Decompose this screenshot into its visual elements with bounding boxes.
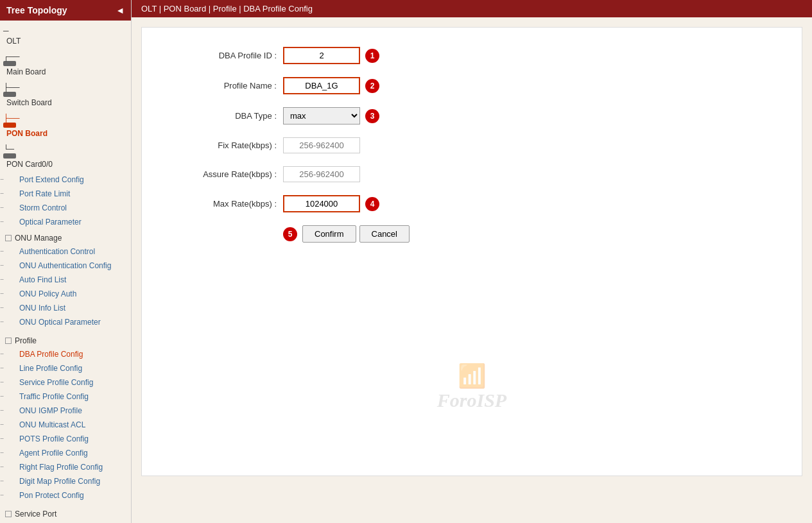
- assure-rate-input[interactable]: [283, 166, 360, 182]
- menu-agent-profile[interactable]: Agent Profile Config: [0, 446, 131, 460]
- max-rate-input-wrapper: [283, 195, 360, 212]
- menu-pon-protect[interactable]: Pon Protect Config: [0, 488, 131, 502]
- fix-rate-input[interactable]: [283, 137, 360, 153]
- watermark: 📶 ForoISP: [437, 363, 506, 411]
- breadcrumb: OLT | PON Board | Profile | DBA Profile …: [132, 0, 812, 17]
- group-toggle-onu[interactable]: [5, 235, 12, 241]
- menu-pots-profile[interactable]: POTS Profile Config: [0, 432, 131, 446]
- profile-name-input[interactable]: [283, 77, 360, 94]
- assure-rate-input-wrapper: [283, 166, 360, 182]
- sidebar-content: ─ OLT ┌── Main Board ├── Switch Board ├─…: [0, 21, 131, 523]
- profile-name-label: Profile Name :: [155, 81, 283, 90]
- fix-rate-label: Fix Rate(kbps) :: [155, 141, 283, 150]
- menu-onu-policy[interactable]: ONU Policy Auth: [0, 287, 131, 301]
- fix-rate-row: Fix Rate(kbps) :: [155, 137, 789, 153]
- step-badge-1: 1: [365, 49, 379, 63]
- menu-dba-profile[interactable]: DBA Profile Config: [0, 347, 131, 361]
- sidebar-header: Tree Topology ◄: [0, 0, 131, 21]
- assure-rate-label: Assure Rate(kbps) :: [155, 169, 283, 179]
- menu-port-rate[interactable]: Port Rate Limit: [0, 187, 131, 201]
- form-panel: DBA Profile ID : 1 Profile Name : 2: [141, 27, 802, 476]
- sidebar-arrow[interactable]: ◄: [116, 5, 125, 15]
- dba-type-label: DBA Type :: [155, 111, 283, 121]
- step-badge-2: 2: [365, 79, 379, 93]
- menu-right-flag[interactable]: Right Flag Profile Config: [0, 460, 131, 474]
- profile-name-row: Profile Name : 2: [155, 77, 789, 94]
- content-area: OLT | PON Board | Profile | DBA Profile …: [132, 0, 812, 523]
- menu-group-service-port: Service Port Service Port Config Service…: [0, 505, 131, 523]
- sidebar-title: Tree Topology: [6, 5, 67, 15]
- menu-onu-igmp[interactable]: ONU IGMP Profile: [0, 404, 131, 418]
- step-badge-5: 5: [283, 227, 297, 241]
- fix-rate-input-wrapper: [283, 137, 360, 153]
- menu-section: Port Extend Config Port Rate Limit Storm…: [0, 173, 131, 523]
- dba-type-row: DBA Type : max fix assure fix+assure fix…: [155, 107, 789, 124]
- group-toggle-service-port[interactable]: [5, 511, 12, 517]
- menu-line-profile[interactable]: Line Profile Config: [0, 361, 131, 375]
- menu-service-port-config[interactable]: Service Port Config: [0, 520, 131, 523]
- dba-profile-id-input-wrapper: [283, 47, 360, 64]
- dba-type-select[interactable]: max fix assure fix+assure fix+max assure…: [283, 107, 360, 124]
- tree-switch-board[interactable]: ├── Switch Board: [0, 80, 131, 111]
- menu-onu-optical[interactable]: ONU Optical Parameter: [0, 315, 131, 329]
- menu-group-profile-header[interactable]: Profile: [0, 334, 131, 347]
- max-rate-input[interactable]: [283, 195, 360, 212]
- menu-optical-parameter[interactable]: Optical Parameter: [0, 215, 131, 229]
- menu-group-profile: Profile DBA Profile Config Line Profile …: [0, 332, 131, 505]
- dba-type-select-wrapper: max fix assure fix+assure fix+max assure…: [283, 107, 360, 124]
- cancel-button[interactable]: Cancel: [359, 225, 410, 243]
- menu-service-profile[interactable]: Service Profile Config: [0, 375, 131, 390]
- buttons-row: 5 Confirm Cancel: [155, 225, 789, 243]
- tree-pon-card[interactable]: └─ PON Card0/0: [0, 142, 131, 173]
- menu-onu-auth-config[interactable]: ONU Authentication Config: [0, 259, 131, 273]
- menu-onu-multicast[interactable]: ONU Multicast ACL: [0, 418, 131, 432]
- max-rate-label: Max Rate(kbps) :: [155, 199, 283, 209]
- menu-traffic-profile[interactable]: Traffic Profile Config: [0, 390, 131, 404]
- dba-profile-id-input[interactable]: [283, 47, 360, 64]
- menu-digit-map[interactable]: Digit Map Profile Config: [0, 474, 131, 488]
- menu-storm-control[interactable]: Storm Control: [0, 201, 131, 215]
- menu-onu-info[interactable]: ONU Info List: [0, 301, 131, 315]
- assure-rate-row: Assure Rate(kbps) :: [155, 166, 789, 182]
- tree-main-board[interactable]: ┌── Main Board: [0, 49, 131, 80]
- dba-profile-id-row: DBA Profile ID : 1: [155, 47, 789, 64]
- step-badge-4: 4: [365, 197, 379, 211]
- menu-auto-find[interactable]: Auto Find List: [0, 273, 131, 287]
- dba-profile-id-label: DBA Profile ID :: [155, 51, 283, 60]
- profile-name-input-wrapper: [283, 77, 360, 94]
- confirm-button[interactable]: Confirm: [302, 225, 356, 243]
- tree-olt[interactable]: ─ OLT: [0, 24, 131, 49]
- watermark-text: ForoISP: [437, 390, 506, 411]
- menu-port-extend[interactable]: Port Extend Config: [0, 173, 131, 187]
- group-toggle-profile[interactable]: [5, 338, 12, 344]
- menu-auth-control[interactable]: Authentication Control: [0, 244, 131, 259]
- max-rate-row: Max Rate(kbps) : 4: [155, 195, 789, 212]
- tree-pon-board[interactable]: ├── PON Board: [0, 111, 131, 142]
- menu-group-onu-header[interactable]: ONU Manage: [0, 232, 131, 244]
- menu-group-onu: ONU Manage Authentication Control ONU Au…: [0, 229, 131, 332]
- menu-group-service-port-header[interactable]: Service Port: [0, 508, 131, 520]
- form-area: DBA Profile ID : 1 Profile Name : 2: [132, 17, 812, 523]
- step-badge-3: 3: [365, 109, 379, 123]
